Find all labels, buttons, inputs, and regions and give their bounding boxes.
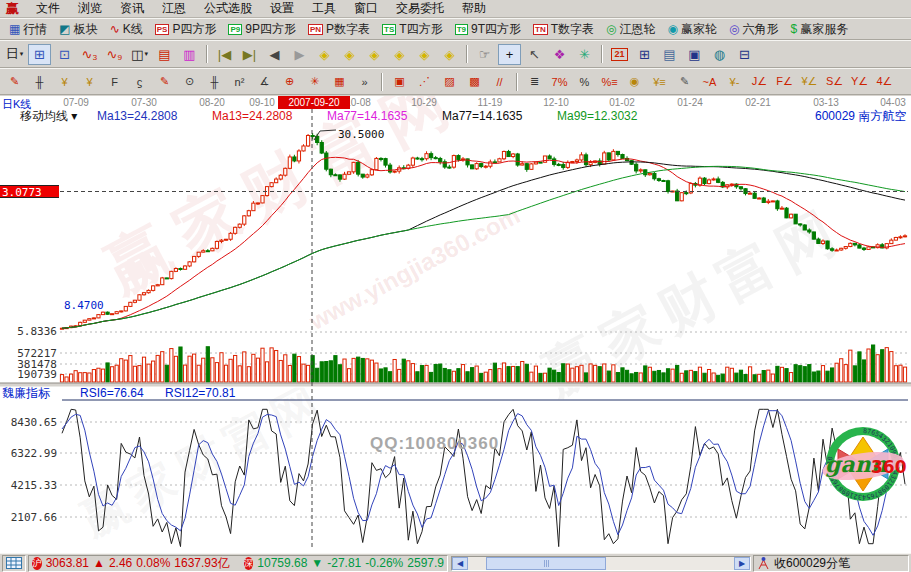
pen-button[interactable]: ✎ (3, 71, 26, 92)
remote-pc-button[interactable]: ⊟ (733, 44, 756, 65)
wave-a-button[interactable]: ~A (698, 71, 721, 92)
expand-button[interactable]: ◈ (438, 44, 461, 65)
zoom-in-y-button[interactable]: ◈ (388, 44, 411, 65)
starburst-button[interactable]: ✳ (303, 71, 326, 92)
first-page-button[interactable]: |◀ (213, 44, 236, 65)
hand-tool-button[interactable]: ☞ (473, 44, 496, 65)
percent-button[interactable]: % (573, 71, 596, 92)
candle-style-dropdown-icon[interactable]: ▾ (144, 50, 148, 58)
menu-item-0[interactable]: 文件 (27, 0, 69, 16)
gann-grid-button[interactable]: ▨ (438, 71, 461, 92)
j-angle-button[interactable]: J∠ (748, 71, 771, 92)
gold-angle-button[interactable]: ¥∠ (798, 71, 821, 92)
gold-circle-button[interactable]: ◉ (623, 71, 646, 92)
percent-lines-button[interactable]: %≡ (598, 71, 621, 92)
angle-mirror-button[interactable]: ∡ (253, 71, 276, 92)
win-angle-button[interactable]: Y∠ (848, 71, 871, 92)
speed-angle-button[interactable]: S∠ (823, 71, 846, 92)
calendar-button[interactable]: 21 (608, 44, 631, 65)
info-card-button[interactable]: ⊡ (53, 44, 76, 65)
zoom-out-y-button[interactable]: ◈ (363, 44, 386, 65)
last-page-button[interactable]: ▶| (238, 44, 261, 65)
gold-line-button[interactable]: ¥- (723, 71, 746, 92)
window-layout-button[interactable]: ⊞ (28, 44, 51, 65)
period-day-button[interactable]: 日▾ (3, 44, 26, 65)
color-volume-button[interactable]: ▥ (178, 44, 201, 65)
notebook-button[interactable]: ▤ (658, 44, 681, 65)
menu-item-2[interactable]: 资讯 (111, 0, 153, 16)
gann-mark-button[interactable]: ❖ (548, 44, 571, 65)
more-tools-button[interactable]: » (353, 71, 376, 92)
parallel-lines-icon: // (496, 76, 502, 88)
scroll-right-button[interactable]: ▶ (734, 557, 750, 570)
grid-tool-button[interactable]: ▦ (328, 71, 351, 92)
crosshair-tool-button[interactable]: + (498, 44, 521, 65)
gann-grid-dense-button[interactable]: ▩ (463, 71, 486, 92)
parallel-lines-button[interactable]: // (488, 71, 511, 92)
wave-mark-button[interactable]: ✳ (573, 44, 596, 65)
toolbar-winner-service-button[interactable]: $赢家服务 (784, 20, 854, 39)
toolbar-p-square-button[interactable]: PSP四方形 (149, 20, 223, 39)
toolbar-kline-button[interactable]: ∿K线 (104, 20, 149, 39)
compress-button[interactable]: ◈ (413, 44, 436, 65)
gold-comb-button[interactable]: ¥ (53, 71, 76, 92)
menu-item-6[interactable]: 工具 (303, 0, 345, 16)
zoom-out-x-button[interactable]: ◈ (313, 44, 336, 65)
gann-fan-button[interactable]: ⋰ (413, 71, 436, 92)
wave-3-button[interactable]: ∿₃ (78, 44, 101, 65)
period-day-dropdown-icon[interactable]: ▾ (20, 50, 24, 58)
toolbar-winner-wheel-button[interactable]: ◉赢家轮 (662, 20, 723, 39)
toolbar-gann-wheel-button[interactable]: ◎江恩轮 (600, 20, 661, 39)
status-grid-cell[interactable] (2, 555, 26, 572)
toolbar-p-number-button[interactable]: PNP数字表 (302, 20, 376, 39)
menu-item-5[interactable]: 设置 (261, 0, 303, 16)
p9-square-icon: P9 (228, 24, 242, 35)
comb-scale-button[interactable]: ╫ (28, 71, 51, 92)
toolbar-quotes-button[interactable]: ▦行情 (3, 20, 53, 39)
calculator-button[interactable]: ⊞ (633, 44, 656, 65)
toolbar-hexagon-button[interactable]: ◎六角形 (723, 20, 784, 39)
f-angle-button[interactable]: F∠ (773, 71, 796, 92)
status-right-cell[interactable]: 收600029分笔 (753, 555, 909, 572)
percent-7-button[interactable]: 7% (548, 71, 571, 92)
scroll-thumb[interactable] (486, 557, 606, 570)
wave-9-button[interactable]: ∿₉ (103, 44, 126, 65)
toolbar-sectors-button[interactable]: ◩板块 (53, 20, 103, 39)
candle-style-button[interactable]: ◫▾ (128, 44, 151, 65)
gold-lines-button[interactable]: ¥≡ (648, 71, 671, 92)
horizontal-scrollbar[interactable]: ◀ ▶ (451, 556, 751, 571)
four-angle-button[interactable]: 4∠ (873, 71, 896, 92)
k-settings-button[interactable]: ▤ (153, 44, 176, 65)
prev-page-button[interactable]: ◀ (263, 44, 286, 65)
save-button[interactable]: ▣ (683, 44, 706, 65)
next-page-button[interactable]: ▶ (288, 44, 311, 65)
zoom-in-x-button[interactable]: ◈ (338, 44, 361, 65)
gold-comb-2-button[interactable]: ¥ (78, 71, 101, 92)
menu-item-8[interactable]: 交易委托 (387, 0, 453, 16)
index-summary-cell[interactable]: 沪 3063.81 ▲ 2.46 0.08% 1637.93亿 深 10759.… (28, 555, 448, 572)
menu-item-1[interactable]: 浏览 (69, 0, 111, 16)
pointer-tool-button[interactable]: ↖ (523, 44, 546, 65)
toolbar-t-number-button[interactable]: TNT数字表 (527, 20, 600, 39)
network-button[interactable]: ◍ (708, 44, 731, 65)
gann-box-button[interactable]: ▣ (388, 71, 411, 92)
n-squared-button[interactable]: n² (228, 71, 251, 92)
toolbar-t-square-button[interactable]: TST四方形 (376, 20, 449, 39)
menu-item-7[interactable]: 窗口 (345, 0, 387, 16)
toolbar-t9-square-button[interactable]: T99T四方形 (449, 20, 527, 39)
pen-2-button[interactable]: ✎ (673, 71, 696, 92)
ruler-button[interactable]: ≣ (523, 71, 546, 92)
scroll-left-button[interactable]: ◀ (452, 557, 468, 570)
f-scale-button[interactable]: F (103, 71, 126, 92)
chart-canvas[interactable] (0, 96, 911, 553)
compass-button[interactable]: ⊙ (178, 71, 201, 92)
toolbar-p9-square-button[interactable]: P99P四方形 (222, 20, 301, 39)
pen-scale-button[interactable]: ✎ (153, 71, 176, 92)
menu-item-4[interactable]: 公式选股 (195, 0, 261, 16)
scale-button[interactable]: ╫ (203, 71, 226, 92)
spiral-button[interactable]: ϛ (128, 71, 151, 92)
menu-item-9[interactable]: 帮助 (453, 0, 495, 16)
indicator-title[interactable]: 魏廉指标 (2, 387, 50, 399)
target-button[interactable]: ⊕ (278, 71, 301, 92)
menu-item-3[interactable]: 江恩 (153, 0, 195, 16)
